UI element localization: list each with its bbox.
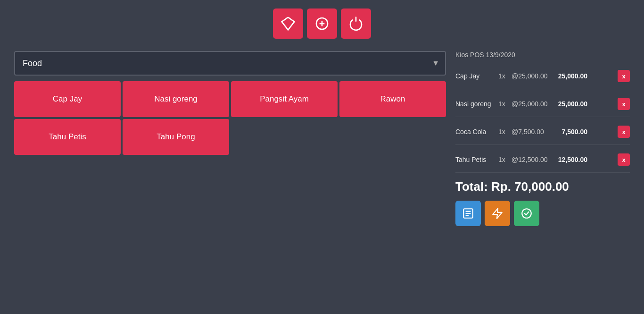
order-item-total: 7,500.00 [554, 128, 587, 136]
order-item-qty: 1x [498, 156, 509, 163]
menu-item-rawon[interactable]: Rawon [339, 81, 446, 117]
order-item-total: 25,000.00 [554, 72, 587, 80]
order-item-name: Coca Cola [455, 128, 495, 136]
right-panel: Kios POS 13/9/2020 Cap Jay 1x @25,000.00… [455, 51, 630, 308]
remove-item-button[interactable]: x [618, 70, 630, 82]
order-item-info: Cap Jay 1x @25,000.00 25,000.00 [455, 72, 613, 80]
order-item-total: 12,500.00 [554, 156, 587, 163]
svg-point-7 [522, 209, 531, 218]
order-item-qty: 1x [498, 72, 509, 80]
order-item-unit-price: @25,000.00 [512, 72, 552, 80]
order-item-info: Tahu Petis 1x @12,500.00 12,500.00 [455, 156, 613, 163]
order-item-qty: 1x [498, 100, 509, 108]
remove-item-button[interactable]: x [618, 98, 630, 110]
add-button[interactable] [307, 8, 337, 39]
receipt-button[interactable] [455, 201, 481, 226]
diamond-button[interactable] [273, 8, 303, 39]
order-item-unit-price: @25,000.00 [512, 100, 552, 108]
order-item-info: Coca Cola 1x @7,500.00 7,500.00 [455, 128, 613, 136]
order-item-unit-price: @7,500.00 [512, 128, 552, 136]
menu-item-tahu-pong[interactable]: Tahu Pong [123, 119, 229, 155]
menu-grid: Cap Jay Nasi goreng Pangsit Ayam Rawon T… [14, 81, 446, 155]
category-select-wrapper: Food Drink Snack ▼ [14, 51, 446, 76]
menu-item-pangsit-ayam[interactable]: Pangsit Ayam [231, 81, 338, 117]
pos-header: Kios POS 13/9/2020 [455, 51, 630, 59]
order-item: Coca Cola 1x @7,500.00 7,500.00 x [455, 119, 630, 145]
remove-item-button[interactable]: x [618, 153, 630, 166]
menu-item-tahu-petis[interactable]: Tahu Petis [14, 119, 121, 155]
order-item-unit-price: @12,500.00 [512, 156, 552, 163]
order-item: Cap Jay 1x @25,000.00 25,000.00 x [455, 63, 630, 89]
order-item-info: Nasi goreng 1x @25,000.00 25,000.00 [455, 100, 613, 108]
menu-item-nasi-goreng[interactable]: Nasi goreng [123, 81, 229, 117]
order-item-qty: 1x [498, 128, 509, 136]
order-item-name: Cap Jay [455, 72, 495, 80]
left-panel: Food Drink Snack ▼ Cap Jay Nasi goreng P… [14, 51, 446, 308]
main-area: Food Drink Snack ▼ Cap Jay Nasi goreng P… [0, 46, 644, 313]
category-select[interactable]: Food Drink Snack [14, 51, 446, 76]
order-item-total: 25,000.00 [554, 100, 587, 108]
flash-button[interactable] [485, 201, 510, 226]
order-item: Nasi goreng 1x @25,000.00 25,000.00 x [455, 91, 630, 117]
order-item-name: Nasi goreng [455, 100, 495, 108]
remove-item-button[interactable]: x [618, 126, 630, 138]
order-item-name: Tahu Petis [455, 156, 495, 163]
menu-item-cap-jay[interactable]: Cap Jay [14, 81, 121, 117]
total-label: Total: Rp. 70,000.00 [455, 179, 630, 194]
toolbar [0, 0, 644, 46]
power-button[interactable] [341, 8, 371, 39]
confirm-button[interactable] [514, 201, 539, 226]
order-item: Tahu Petis 1x @12,500.00 12,500.00 x [455, 147, 630, 173]
action-buttons [455, 201, 630, 226]
